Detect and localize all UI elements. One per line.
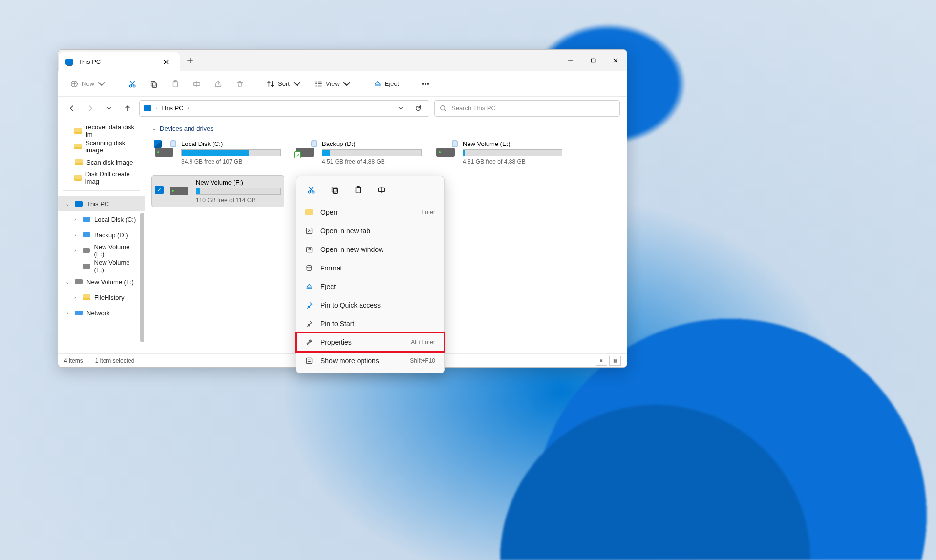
svg-rect-4: [151, 81, 155, 86]
folder-icon: [305, 208, 314, 217]
expand-icon[interactable]: ›: [72, 232, 79, 238]
paste-button[interactable]: [166, 76, 185, 92]
ctx-paste-button[interactable]: [350, 182, 366, 198]
drive-icon: [436, 141, 457, 157]
nav-drive-item[interactable]: ›Backup (D:): [58, 227, 145, 243]
nav-folder-item[interactable]: ›FileHistory: [58, 290, 145, 305]
nav-scrollbar-thumb[interactable]: [140, 213, 144, 342]
drive-usage-bar: [181, 149, 281, 156]
ctx-open[interactable]: Open Enter: [296, 203, 444, 222]
network-icon: [75, 311, 83, 315]
up-button[interactable]: [121, 102, 134, 115]
share-button[interactable]: [209, 76, 228, 92]
maximize-button[interactable]: [582, 50, 604, 71]
ctx-open-tab[interactable]: Open in new tab: [296, 222, 444, 240]
tab-close-button[interactable]: [160, 56, 172, 68]
drive-usage-bar: [196, 188, 281, 195]
nav-recent-item[interactable]: recover data disk im: [58, 123, 145, 139]
ctx-copy-button[interactable]: [326, 182, 343, 198]
titlebar: This PC: [58, 50, 627, 71]
folder-icon: [83, 294, 90, 300]
nav-recent-item[interactable]: Scanning disk image: [58, 139, 145, 154]
nav-recent-item[interactable]: Scan disk image: [58, 154, 145, 170]
ctx-rename-button[interactable]: [373, 182, 390, 198]
this-pc-icon: [75, 201, 83, 207]
ctx-show-more[interactable]: Show more options Shift+F10: [296, 352, 444, 370]
drive-usage-bar: [463, 149, 562, 156]
context-menu: Open Enter Open in new tab Open in new w…: [296, 176, 445, 373]
minimize-button[interactable]: [559, 50, 582, 71]
this-pc-icon: [65, 59, 73, 65]
folder-icon: [74, 128, 82, 134]
svg-point-11: [427, 83, 428, 84]
details-view-button[interactable]: ≡: [596, 356, 607, 366]
ctx-format[interactable]: Format...: [296, 259, 444, 277]
window-controls: [559, 50, 627, 71]
new-button[interactable]: New: [65, 76, 111, 92]
sort-button[interactable]: Sort: [261, 76, 306, 92]
new-tab-button[interactable]: [180, 50, 200, 71]
drive-item[interactable]: ✓ Local Disk (C:) 34.9 GB free of 107 GB: [152, 137, 284, 168]
search-placeholder: Search This PC: [451, 104, 496, 112]
drive-icon: [83, 248, 90, 253]
sort-label: Sort: [278, 80, 290, 87]
eject-button[interactable]: Eject: [368, 76, 404, 92]
svg-point-9: [422, 83, 423, 84]
drive-icon: [83, 217, 90, 222]
forward-button[interactable]: [84, 102, 97, 115]
ctx-cut-button[interactable]: [303, 182, 319, 198]
svg-rect-0: [591, 59, 595, 62]
navigation-pane: recover data disk im Scanning disk image…: [58, 120, 145, 353]
delete-button[interactable]: [231, 76, 249, 92]
expand-icon[interactable]: ›: [72, 248, 79, 253]
open-tab-icon: [305, 227, 314, 235]
drive-free-text: 110 GB free of 114 GB: [196, 197, 281, 204]
ctx-pin-start[interactable]: Pin to Start: [296, 314, 444, 333]
view-button[interactable]: View: [309, 76, 356, 92]
rename-button[interactable]: [188, 76, 206, 92]
expand-icon[interactable]: ›: [72, 295, 79, 300]
nav-this-pc[interactable]: ⌄This PC: [58, 196, 145, 211]
more-button[interactable]: [416, 76, 435, 92]
drive-free-text: 4.51 GB free of 4.88 GB: [322, 158, 422, 165]
cut-button[interactable]: [123, 76, 142, 92]
back-button[interactable]: [65, 102, 79, 115]
drive-item[interactable]: ✓ New Volume (E:) 4.81 GB free of 4.88 G…: [433, 137, 565, 168]
chevron-right-icon: ›: [188, 105, 189, 111]
close-window-button[interactable]: [604, 50, 627, 71]
drive-icon: [155, 141, 175, 157]
ctx-pin-quick[interactable]: Pin to Quick access: [296, 296, 444, 314]
expand-icon[interactable]: ›: [64, 311, 71, 316]
collapse-icon[interactable]: ⌄: [64, 279, 71, 285]
ctx-open-window[interactable]: Open in new window: [296, 240, 444, 259]
toolbar: New Sort View Eject: [58, 71, 627, 97]
drive-item[interactable]: ✓ ↗ Backup (D:) 4.51 GB free of 4.88 GB: [293, 137, 425, 168]
group-header-devices[interactable]: ⌄ Devices and drives: [152, 125, 620, 132]
folder-icon: [74, 144, 82, 149]
expand-icon[interactable]: ›: [72, 217, 79, 222]
nav-drive-expanded[interactable]: ⌄New Volume (F:): [58, 274, 145, 290]
nav-recent-item[interactable]: Disk Drill create imag: [58, 170, 145, 186]
window-tab[interactable]: This PC: [58, 52, 180, 71]
tab-title: This PC: [78, 58, 155, 65]
drive-free-text: 4.81 GB free of 4.88 GB: [463, 158, 562, 165]
recent-button[interactable]: [102, 102, 116, 115]
ctx-properties[interactable]: Properties Alt+Enter: [296, 333, 444, 352]
copy-button[interactable]: [145, 76, 163, 92]
ctx-eject[interactable]: Eject: [296, 277, 444, 296]
address-bar-row: › This PC › Search This PC: [58, 97, 627, 120]
refresh-button[interactable]: [411, 102, 425, 115]
nav-drive-item[interactable]: ›Local Disk (C:): [58, 211, 145, 227]
nav-network[interactable]: ›Network: [58, 305, 145, 321]
drive-item[interactable]: ✓ New Volume (F:) 110 GB free of 114 GB: [152, 176, 284, 207]
chevron-right-icon: ›: [155, 105, 157, 111]
address-bar[interactable]: › This PC ›: [139, 100, 429, 117]
search-input[interactable]: Search This PC: [434, 100, 620, 117]
nav-drive-item[interactable]: New Volume (F:): [58, 258, 145, 274]
nav-drive-item[interactable]: ›New Volume (E:): [58, 243, 145, 258]
svg-rect-6: [173, 81, 178, 87]
collapse-icon[interactable]: ⌄: [64, 201, 71, 207]
large-icons-view-button[interactable]: ▦: [609, 356, 621, 366]
svg-point-22: [307, 265, 312, 268]
address-dropdown-button[interactable]: [394, 102, 407, 115]
